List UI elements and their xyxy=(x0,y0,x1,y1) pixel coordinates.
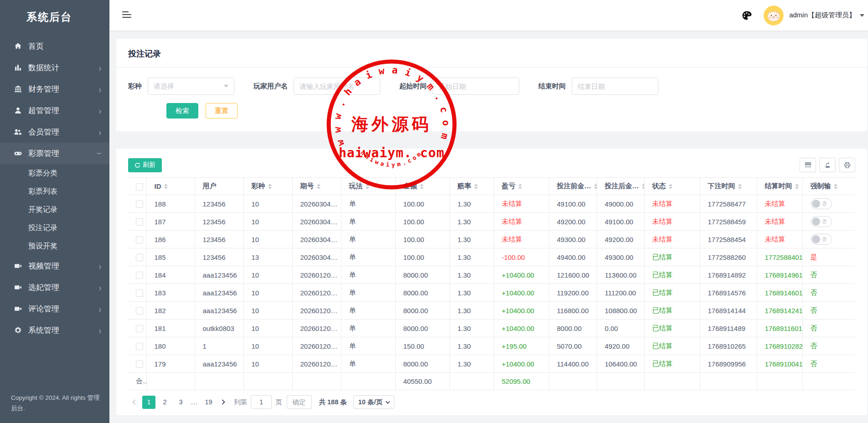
sidebar-item-comments[interactable]: 评论管理› xyxy=(0,298,109,320)
sidebar-item-finance[interactable]: 财务管理› xyxy=(0,78,109,100)
row-checkbox[interactable] xyxy=(136,236,143,243)
lottery-type-select[interactable]: 请选择 xyxy=(148,77,234,95)
start-date-input[interactable] xyxy=(433,77,519,95)
page-button-1[interactable]: 1 xyxy=(142,396,155,409)
goto-page-input[interactable] xyxy=(251,395,272,409)
cell: 未结算 xyxy=(644,195,700,213)
row-checkbox[interactable] xyxy=(136,343,143,350)
column-header[interactable]: 下注时间 xyxy=(700,178,757,195)
sort-icon[interactable] xyxy=(164,184,168,189)
print-icon[interactable] xyxy=(839,158,855,172)
sort-icon[interactable] xyxy=(518,184,522,189)
sidebar-subitem-lottery-category[interactable]: 彩票分类 xyxy=(0,164,109,182)
cell: 20260120… xyxy=(292,337,341,355)
total-count: 共 188 条 xyxy=(319,398,347,407)
chevron-right-icon: › xyxy=(99,127,101,137)
cell: 100.00 xyxy=(395,195,450,213)
row-checkbox[interactable] xyxy=(136,272,143,279)
sidebar-subitem-draw-records[interactable]: 开奖记录 xyxy=(0,201,109,219)
column-header[interactable]: 状态 xyxy=(644,178,700,195)
sidebar-subitem-bet-records[interactable]: 投注记录 xyxy=(0,219,109,237)
sidebar-subitem-lottery-list[interactable]: 彩票列表 xyxy=(0,182,109,201)
reset-button[interactable]: 重置 xyxy=(206,103,238,119)
force-lose-toggle[interactable]: 否 xyxy=(811,216,832,227)
user-menu[interactable]: admin【超级管理员】 xyxy=(789,11,864,20)
column-header[interactable]: 投注后金… xyxy=(597,178,644,195)
sidebar-item-lottery[interactable]: 彩票管理› xyxy=(0,143,109,164)
sort-icon[interactable] xyxy=(420,184,424,189)
column-header[interactable]: 金额 xyxy=(395,178,450,195)
sort-icon[interactable] xyxy=(834,184,837,189)
sidebar-item-xuanfei[interactable]: 选妃管理› xyxy=(0,277,109,298)
prev-page-button[interactable] xyxy=(129,396,141,408)
column-header[interactable]: 结算时间 xyxy=(757,178,802,195)
sidebar-item-stats[interactable]: 数据统计› xyxy=(0,57,109,78)
row-checkbox[interactable] xyxy=(136,325,143,332)
page-button-3[interactable]: 3 xyxy=(174,396,187,409)
sort-icon[interactable] xyxy=(738,184,742,189)
cell: 150.00 xyxy=(395,337,450,355)
sidebar-item-super-admin[interactable]: 超管管理› xyxy=(0,100,109,121)
page-button-19[interactable]: 19 xyxy=(202,396,215,409)
sidebar-item-system[interactable]: 系统管理› xyxy=(0,320,109,341)
row-checkbox[interactable] xyxy=(136,218,143,226)
row-checkbox[interactable] xyxy=(136,201,143,208)
video-icon xyxy=(13,304,22,314)
column-header[interactable]: 期号 xyxy=(292,178,341,195)
row-checkbox[interactable] xyxy=(136,307,143,315)
username-input[interactable] xyxy=(294,77,380,95)
sort-icon[interactable] xyxy=(317,184,320,189)
sidebar-item-home[interactable]: 首页 xyxy=(0,36,109,57)
sidebar-subitem-preset-draw[interactable]: 预设开奖 xyxy=(0,237,109,255)
sort-icon[interactable] xyxy=(474,184,478,189)
next-page-button[interactable] xyxy=(217,396,228,408)
per-page-select[interactable]: 10 条/页 xyxy=(353,395,394,409)
theme-palette-icon[interactable] xyxy=(742,10,752,21)
sort-icon[interactable] xyxy=(669,184,672,189)
column-header[interactable]: 盈亏 xyxy=(494,178,549,195)
search-button[interactable]: 检索 xyxy=(166,103,198,119)
checkbox-cell xyxy=(128,213,146,231)
video-icon xyxy=(13,262,22,271)
sidebar-toggle-icon[interactable] xyxy=(122,11,131,20)
table-row: 1851234561320260304…单100.001.30-100.0049… xyxy=(128,248,855,266)
cell: aaa123456 xyxy=(195,266,243,284)
export-icon[interactable] xyxy=(819,158,836,172)
columns-icon[interactable] xyxy=(800,158,816,172)
row-checkbox[interactable] xyxy=(136,254,143,261)
page-button-2[interactable]: 2 xyxy=(158,396,171,409)
cell: 1.30 xyxy=(450,195,494,213)
checkbox-cell xyxy=(128,248,146,266)
refresh-button[interactable]: 刷新 xyxy=(128,158,162,172)
cell: 100.00 xyxy=(395,231,450,248)
column-header[interactable]: 强制输 xyxy=(802,178,855,195)
column-header[interactable]: 赔率 xyxy=(450,178,494,195)
topbar: admin【超级管理员】 xyxy=(109,0,868,31)
sidebar-item-video[interactable]: 视频管理› xyxy=(0,255,109,277)
row-checkbox[interactable] xyxy=(136,289,143,297)
force-lose-toggle[interactable]: 否 xyxy=(811,198,832,209)
column-header[interactable]: 彩种 xyxy=(243,178,292,195)
cell: 单 xyxy=(341,266,395,284)
start-time-field: 起始时间 xyxy=(399,77,519,95)
sort-icon[interactable] xyxy=(795,184,799,189)
table-row: 1861234561020260304…单100.001.30未结算49300.… xyxy=(128,231,855,248)
sort-icon[interactable] xyxy=(268,184,272,189)
sort-icon[interactable] xyxy=(366,184,369,189)
goto-confirm-button[interactable]: 确定 xyxy=(287,395,312,409)
end-date-input[interactable] xyxy=(572,77,658,95)
select-all-checkbox[interactable] xyxy=(136,183,143,191)
row-checkbox[interactable] xyxy=(136,361,143,368)
sort-icon[interactable] xyxy=(642,184,645,189)
force-lose-toggle[interactable]: 否 xyxy=(811,234,832,245)
select-placeholder: 请选择 xyxy=(154,82,224,91)
cell: 否 xyxy=(802,266,855,284)
column-header[interactable]: 玩法 xyxy=(341,178,395,195)
column-header[interactable]: 投注前金… xyxy=(549,178,597,195)
cell: 20260120… xyxy=(292,266,341,284)
avatar[interactable] xyxy=(764,5,784,26)
cell: 1772588477 xyxy=(700,195,757,213)
column-header[interactable]: ID xyxy=(146,178,195,195)
sidebar-item-members[interactable]: 会员管理› xyxy=(0,121,109,143)
sort-icon[interactable] xyxy=(594,184,597,189)
